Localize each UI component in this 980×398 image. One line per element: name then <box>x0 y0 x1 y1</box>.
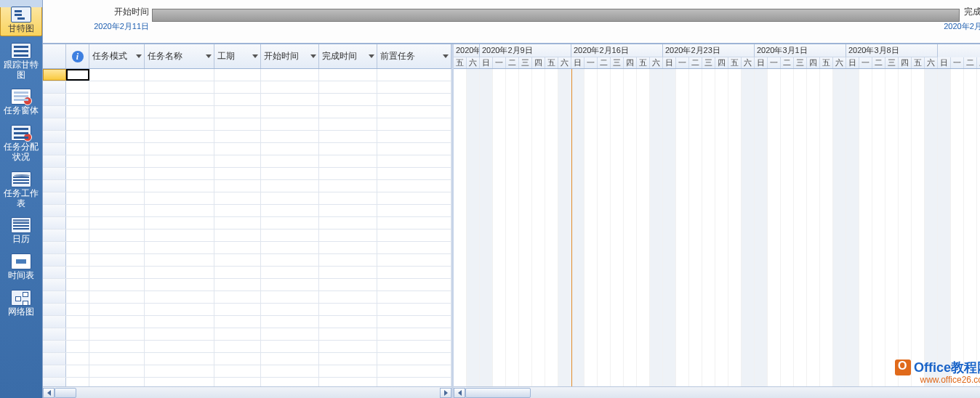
row-info-cell[interactable] <box>66 242 89 253</box>
gantt-body[interactable] <box>454 69 980 386</box>
week-header[interactable]: 2020年2月23日 <box>663 44 755 57</box>
grid-body[interactable] <box>43 69 451 386</box>
row-header[interactable] <box>43 69 66 81</box>
table-row[interactable] <box>43 94 451 106</box>
sidebar-item-form[interactable]: 任务窗体 <box>0 85 42 118</box>
row-info-cell[interactable] <box>66 267 89 278</box>
day-header[interactable]: 三 <box>794 57 807 68</box>
scroll-thumb[interactable] <box>55 388 76 398</box>
col-task-name[interactable]: 任务名称 <box>145 44 214 68</box>
day-header[interactable]: 四 <box>532 57 545 68</box>
day-header[interactable]: 五 <box>820 57 833 68</box>
table-row[interactable] <box>43 254 451 267</box>
row-info-cell[interactable] <box>66 106 89 118</box>
day-header[interactable]: 六 <box>650 57 663 68</box>
day-header[interactable]: 二 <box>964 57 977 68</box>
row-header[interactable] <box>43 353 66 365</box>
week-header[interactable]: 2020年3月1日 <box>755 44 846 57</box>
row-header[interactable] <box>43 279 66 291</box>
row-header[interactable] <box>43 168 66 179</box>
row-info-cell[interactable] <box>66 81 89 93</box>
day-header[interactable]: 二 <box>689 57 702 68</box>
scroll-left-button[interactable] <box>43 388 55 398</box>
sidebar-item-sheet[interactable]: 任务工作 表 <box>0 168 42 211</box>
scroll-thumb[interactable] <box>465 388 531 398</box>
row-header[interactable] <box>43 94 66 105</box>
table-row[interactable] <box>43 143 451 155</box>
row-info-cell[interactable] <box>66 254 89 266</box>
row-info-cell[interactable] <box>66 131 89 142</box>
table-row[interactable] <box>43 205 451 217</box>
day-header[interactable]: 日 <box>755 57 768 68</box>
day-header[interactable]: 二 <box>872 57 885 68</box>
table-row[interactable] <box>43 118 451 131</box>
table-row[interactable] <box>43 316 451 328</box>
row-info-cell[interactable] <box>66 230 89 241</box>
col-predecessors[interactable]: 前置任务 <box>377 44 451 68</box>
day-header[interactable]: 二 <box>598 57 611 68</box>
day-header[interactable]: 二 <box>506 57 519 68</box>
table-row[interactable] <box>43 328 451 341</box>
col-end-time[interactable]: 完成时间 <box>319 44 377 68</box>
sidebar-item-track[interactable]: 跟踪甘特 图 <box>0 39 42 83</box>
sidebar-item-cal[interactable]: 日历 <box>0 214 42 247</box>
row-header[interactable] <box>43 106 66 118</box>
day-header[interactable]: 一 <box>585 57 598 68</box>
day-header[interactable]: 三 <box>519 57 532 68</box>
row-header[interactable] <box>43 205 66 216</box>
row-info-cell[interactable] <box>66 180 89 192</box>
day-header[interactable]: 四 <box>807 57 820 68</box>
day-header[interactable]: 日 <box>480 57 493 68</box>
row-header[interactable] <box>43 365 66 377</box>
table-row[interactable] <box>43 192 451 205</box>
table-row[interactable] <box>43 291 451 304</box>
sidebar-item-net[interactable]: 网络图 <box>0 286 42 320</box>
col-task-mode[interactable]: 任务模式 <box>89 44 145 68</box>
row-info-cell[interactable] <box>66 365 89 377</box>
table-row[interactable] <box>43 267 451 279</box>
row-header[interactable] <box>43 328 66 340</box>
table-row[interactable] <box>43 106 451 118</box>
row-header[interactable] <box>43 192 66 204</box>
row-info-cell[interactable] <box>66 378 89 386</box>
day-header[interactable]: 六 <box>833 57 846 68</box>
row-header[interactable] <box>43 180 66 192</box>
row-info-cell[interactable] <box>66 316 89 328</box>
day-header[interactable]: 日 <box>938 57 951 68</box>
col-duration[interactable]: 工期 <box>214 44 261 68</box>
row-header[interactable] <box>43 304 66 315</box>
day-header[interactable]: 六 <box>467 57 480 68</box>
table-row[interactable] <box>43 353 451 365</box>
day-header[interactable]: 三 <box>611 57 624 68</box>
scroll-left-button[interactable] <box>454 388 465 398</box>
day-header[interactable]: 一 <box>951 57 964 68</box>
row-header[interactable] <box>43 254 66 266</box>
day-header[interactable]: 日 <box>571 57 585 68</box>
day-header[interactable]: 三 <box>977 57 980 68</box>
col-start-time[interactable]: 开始时间 <box>261 44 319 68</box>
table-row[interactable] <box>43 365 451 378</box>
week-header[interactable]: 2020年2月9日 <box>480 44 571 57</box>
row-header[interactable] <box>43 131 66 142</box>
row-header[interactable] <box>43 242 66 253</box>
row-header[interactable] <box>43 291 66 303</box>
row-header[interactable] <box>43 155 66 167</box>
row-info-cell[interactable] <box>66 168 89 179</box>
day-header[interactable]: 一 <box>859 57 872 68</box>
day-header[interactable]: 六 <box>558 57 571 68</box>
row-info-cell[interactable] <box>66 118 89 130</box>
sidebar-item-time[interactable]: 时间表 <box>0 250 42 283</box>
table-row[interactable] <box>43 304 451 316</box>
row-info-cell[interactable] <box>66 192 89 204</box>
timeline-slider[interactable] <box>152 9 960 22</box>
grid-hscroll[interactable] <box>43 386 451 398</box>
row-info-cell[interactable] <box>66 328 89 340</box>
sidebar-item-assign[interactable]: 任务分配 状况 <box>0 121 42 165</box>
row-info-cell[interactable] <box>66 155 89 167</box>
week-header[interactable]: 2020年3月8日 <box>846 44 938 57</box>
day-header[interactable]: 五 <box>637 57 650 68</box>
table-row[interactable] <box>43 230 451 242</box>
row-header[interactable] <box>43 230 66 241</box>
table-row[interactable] <box>43 279 451 291</box>
row-info-cell[interactable] <box>66 94 89 105</box>
